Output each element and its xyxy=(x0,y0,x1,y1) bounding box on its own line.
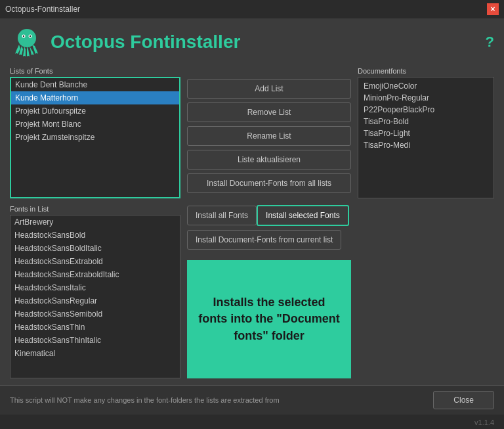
header: Octopus Fontinstaller ? xyxy=(10,25,494,59)
doc-font-item: EmojiOneColor xyxy=(361,80,491,92)
font-list-item[interactable]: Kinematical xyxy=(10,347,180,360)
list-item[interactable]: Projekt Zumsteinspitze xyxy=(11,131,179,144)
font-list-item[interactable]: HeadstockSansExtraboldItalic xyxy=(10,268,180,281)
body-layout: Lists of Fonts Kunde Dent BlancheKunde M… xyxy=(10,67,494,378)
font-list-item[interactable]: ArtBrewery xyxy=(10,215,180,229)
font-list-item[interactable]: HeadstockSansBold xyxy=(10,229,180,242)
fonts-in-list-panel: Fonts in List ArtBreweryHeadstockSansBol… xyxy=(10,205,180,378)
font-list-item[interactable]: HeadstockSansBoldItalic xyxy=(10,242,180,255)
lists-panel: Lists of Fonts Kunde Dent BlancheKunde M… xyxy=(10,67,180,198)
font-list-item[interactable]: HeadstockSansThinItalic xyxy=(10,334,180,347)
title-bar-text: Octopus-Fontinstaller xyxy=(5,5,80,14)
fonts-listbox: ArtBreweryHeadstockSansBoldHeadstockSans… xyxy=(10,215,180,378)
svg-point-0 xyxy=(18,29,36,47)
doc-font-item: MinionPro-Regular xyxy=(361,92,491,104)
doc-font-item: TisaPro-Bold xyxy=(361,116,491,127)
doc-fonts-panel: Documentfonts EmojiOneColorMinionPro-Reg… xyxy=(358,67,494,198)
fonts-in-list-label: Fonts in List xyxy=(10,205,180,213)
help-icon[interactable]: ? xyxy=(486,34,494,51)
doc-font-item: TisaPro-Medi xyxy=(361,139,491,151)
font-list-item[interactable]: HeadstockSansSemibold xyxy=(10,307,180,321)
bottom-section: Fonts in List ArtBreweryHeadstockSansBol… xyxy=(10,205,494,378)
title-bar: Octopus-Fontinstaller × xyxy=(0,0,504,18)
install-doc-all-button[interactable]: Install Document-Fonts from all lists xyxy=(187,173,351,193)
list-item[interactable]: Projekt Dufourspitze xyxy=(11,104,179,118)
font-list-item[interactable]: HeadstockSansRegular xyxy=(10,294,180,307)
close-window-button[interactable]: × xyxy=(487,3,499,15)
list-item[interactable]: Kunde Dent Blanche xyxy=(11,78,179,91)
app-title: Octopus Fontinstaller xyxy=(51,32,240,53)
install-doc-current-button[interactable]: Install Document-Fonts from current list xyxy=(187,230,341,250)
svg-point-3 xyxy=(23,35,24,37)
font-list-item[interactable]: HeadstockSansThin xyxy=(10,321,180,334)
list-item[interactable]: Projekt Mont Blanc xyxy=(11,118,179,131)
add-list-button[interactable]: Add List xyxy=(187,79,351,99)
font-list-item[interactable]: HeadstockSansItalic xyxy=(10,281,180,294)
bottom-buttons-panel: Install all FontsInstall selected FontsI… xyxy=(187,205,351,378)
install-all-button[interactable]: Install all Fonts xyxy=(187,206,257,225)
install-selected-button[interactable]: Install selected Fonts xyxy=(257,205,349,226)
tooltip-text: Installs the selected fonts into the "Do… xyxy=(197,294,341,344)
lists-listbox: Kunde Dent BlancheKunde MatterhornProjek… xyxy=(10,77,180,198)
lists-panel-label: Lists of Fonts xyxy=(10,67,180,75)
tooltip-popup: Installs the selected fonts into the "Do… xyxy=(187,260,351,378)
font-list-item[interactable]: HeadstockSansExtrabold xyxy=(10,255,180,268)
status-bar: This script will NOT make any changes in… xyxy=(0,385,504,415)
list-item[interactable]: Kunde Matterhorn xyxy=(11,91,179,104)
spacer xyxy=(358,205,494,378)
version-text: v1.1.4 xyxy=(474,418,494,426)
status-text: This script will NOT make any changes in… xyxy=(10,396,280,404)
close-button[interactable]: Close xyxy=(433,391,494,409)
list-buttons-panel: Add ListRemove ListRename ListListe aktu… xyxy=(187,67,351,198)
svg-point-4 xyxy=(30,35,31,37)
version-bar: v1.1.4 xyxy=(0,415,504,429)
doc-font-item: TisaPro-Light xyxy=(361,127,491,139)
top-section: Lists of Fonts Kunde Dent BlancheKunde M… xyxy=(10,67,494,198)
octopus-icon xyxy=(10,25,44,59)
main-content: Octopus Fontinstaller ? Lists of Fonts K… xyxy=(0,18,504,385)
header-left: Octopus Fontinstaller xyxy=(10,25,240,59)
doc-font-item: P22PooperBlackPro xyxy=(361,104,491,116)
doc-fonts-label: Documentfonts xyxy=(358,67,494,75)
rename-list-button[interactable]: Rename List xyxy=(187,126,351,146)
doc-fonts-list: EmojiOneColorMinionPro-RegularP22PooperB… xyxy=(358,77,494,198)
remove-list-button[interactable]: Remove List xyxy=(187,102,351,122)
update-list-button[interactable]: Liste aktualisieren xyxy=(187,150,351,169)
